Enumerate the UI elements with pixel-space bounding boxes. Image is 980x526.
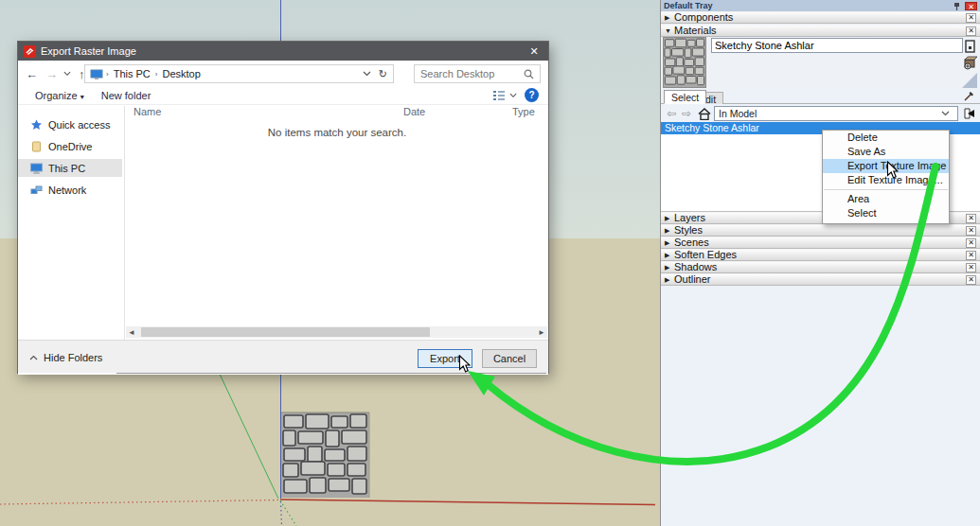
recent-locations-chevron-icon[interactable]: [63, 71, 71, 77]
shadows-panel-header[interactable]: ▶ Shadows ✕: [661, 261, 980, 273]
scroll-right-icon[interactable]: ►: [536, 328, 547, 337]
layers-close-icon[interactable]: ✕: [966, 214, 976, 223]
tray-title: Default Tray: [664, 1, 953, 10]
help-icon[interactable]: ?: [525, 88, 539, 102]
materials-back-icon[interactable]: ⇦: [667, 107, 676, 120]
scrollbar-thumb[interactable]: [141, 327, 430, 337]
menu-item-edit-texture-image[interactable]: Edit Texture Image...: [823, 173, 949, 187]
view-options-chevron-icon[interactable]: [509, 93, 517, 98]
quick-access-star-icon: [30, 119, 43, 131]
stone-texture: [664, 38, 705, 87]
dialog-nav-row: ← → ↑ › This PC › Desktop ↻: [18, 62, 548, 85]
menu-item-select[interactable]: Select: [823, 206, 949, 220]
breadcrumb-desktop[interactable]: Desktop: [162, 68, 200, 79]
dialog-title: Export Raster Image: [41, 45, 520, 57]
this-pc-icon: [90, 69, 103, 79]
outliner-label: Outliner: [674, 274, 966, 285]
materials-forward-icon[interactable]: ⇨: [682, 107, 691, 120]
export-button[interactable]: Export: [418, 349, 472, 368]
details-arrow-icon[interactable]: [963, 107, 976, 120]
collection-value: In Model: [719, 108, 941, 119]
dialog-titlebar[interactable]: Export Raster Image ✕: [18, 42, 548, 61]
collapsed-triangle-icon: ▶: [665, 252, 674, 259]
view-options-icon[interactable]: [492, 90, 506, 101]
address-dropdown-chevron-icon[interactable]: [363, 71, 371, 77]
scenes-close-icon[interactable]: ✕: [966, 238, 976, 248]
organize-label: Organize: [35, 90, 78, 101]
sidebar-item-this-pc[interactable]: This PC: [18, 159, 122, 177]
breadcrumb-this-pc[interactable]: This PC: [114, 68, 151, 79]
places-sidebar: Quick access OneDrive This PC: [18, 106, 125, 340]
collapsed-triangle-icon: ▶: [665, 276, 674, 284]
soften-edges-close-icon[interactable]: ✕: [966, 251, 976, 260]
styles-label: Styles: [674, 225, 966, 236]
create-material-icon[interactable]: [963, 56, 977, 70]
components-panel-header[interactable]: ▶ Components ✕: [661, 11, 980, 24]
styles-panel-header[interactable]: ▶ Styles ✕: [661, 224, 980, 237]
scroll-left-icon[interactable]: ◄: [126, 328, 137, 337]
scenes-panel-header[interactable]: ▶ Scenes ✕: [661, 237, 980, 249]
sidebar-item-network[interactable]: Network: [18, 181, 122, 199]
materials-nav-row: ⇦ ⇨ In Model: [661, 105, 980, 122]
search-box[interactable]: [414, 64, 541, 83]
styles-close-icon[interactable]: ✕: [966, 226, 976, 236]
onedrive-icon: [30, 141, 43, 152]
shadows-close-icon[interactable]: ✕: [966, 263, 976, 272]
default-material-swatch[interactable]: [962, 73, 977, 88]
search-input[interactable]: [415, 68, 524, 79]
collection-dropdown[interactable]: In Model: [714, 106, 958, 121]
soften-edges-label: Soften Edges: [674, 250, 966, 260]
this-pc-monitor-icon: [30, 163, 43, 174]
forward-icon[interactable]: →: [45, 67, 58, 81]
dialog-close-icon[interactable]: ✕: [520, 42, 548, 61]
menu-separator: [824, 189, 948, 190]
menu-item-export-texture-image[interactable]: Export Texture Image: [823, 159, 949, 173]
column-header-type[interactable]: Type: [512, 106, 535, 117]
material-preview-thumbnail[interactable]: [663, 37, 706, 88]
back-icon[interactable]: ←: [26, 67, 38, 81]
outliner-close-icon[interactable]: ✕: [966, 275, 976, 285]
components-label: Components: [674, 12, 966, 23]
address-bar[interactable]: › This PC › Desktop ↻: [84, 64, 394, 83]
sidebar-item-quick-access[interactable]: Quick access: [18, 115, 122, 133]
tray-close-icon[interactable]: ✕: [965, 2, 977, 10]
sample-paint-eyedropper-icon[interactable]: [963, 90, 975, 102]
breadcrumb-separator: ›: [155, 70, 158, 79]
refresh-icon[interactable]: ↻: [379, 68, 387, 80]
home-icon[interactable]: [698, 108, 711, 120]
column-header-name[interactable]: Name: [134, 106, 161, 117]
materials-panel-header[interactable]: ▼ Materials ✕: [661, 25, 980, 37]
new-folder-button[interactable]: New folder: [101, 90, 151, 101]
menu-item-save-as[interactable]: Save As: [823, 145, 949, 159]
material-name-field[interactable]: [711, 38, 963, 53]
outliner-panel-header[interactable]: ▶ Outliner ✕: [661, 273, 980, 286]
sidebar-item-label: Network: [48, 184, 86, 196]
materials-close-icon[interactable]: ✕: [966, 26, 976, 36]
secondary-pane-icon[interactable]: [963, 40, 977, 54]
stone-textured-face[interactable]: [281, 412, 369, 498]
stone-texture: [281, 412, 369, 498]
sidebar-item-onedrive[interactable]: OneDrive: [18, 137, 122, 155]
pin-icon[interactable]: [953, 2, 961, 10]
tray-titlebar[interactable]: Default Tray ✕: [661, 0, 980, 11]
organize-caret-icon: ▾: [80, 93, 84, 101]
collapsed-triangle-icon: ▶: [665, 264, 674, 272]
sketchup-logo-icon: [24, 45, 36, 58]
file-list[interactable]: Name Date Type No items match your searc…: [126, 106, 548, 340]
soften-edges-panel-header[interactable]: ▶ Soften Edges ✕: [661, 249, 980, 261]
organize-menu[interactable]: Organize ▾: [35, 90, 84, 101]
empty-folder-message: No items match your search.: [126, 127, 548, 138]
material-context-menu: Delete Save As Export Texture Image Edit…: [822, 130, 950, 224]
sidebar-item-label: OneDrive: [48, 141, 92, 152]
hide-folders-button[interactable]: Hide Folders: [29, 352, 102, 363]
cancel-button[interactable]: Cancel: [482, 349, 537, 368]
chevron-up-icon: [29, 355, 38, 360]
materials-tabs: Select Edit: [661, 89, 980, 104]
tab-select[interactable]: Select: [664, 90, 706, 104]
column-header-date[interactable]: Date: [403, 106, 425, 117]
export-raster-image-dialog: Export Raster Image ✕ ← → ↑ › This PC › …: [17, 41, 549, 374]
components-close-icon[interactable]: ✕: [966, 13, 976, 23]
horizontal-scrollbar[interactable]: ◄ ►: [126, 326, 547, 338]
menu-item-delete[interactable]: Delete: [823, 131, 949, 145]
menu-item-area[interactable]: Area: [823, 192, 949, 206]
